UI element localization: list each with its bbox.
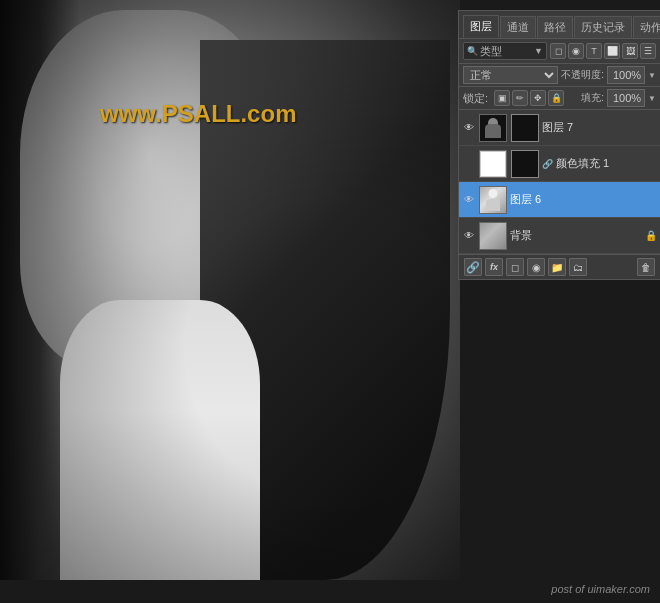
opacity-dropdown-arrow: ▼ [648, 71, 656, 80]
tab-layers[interactable]: 图层 [463, 15, 499, 38]
layer-name-6: 图层 6 [510, 192, 657, 207]
new-adjustment-btn[interactable]: ◉ [527, 258, 545, 276]
filter-toggle[interactable]: ☰ [640, 43, 656, 59]
filter-smart-icon[interactable]: 🖼 [622, 43, 638, 59]
layer-thumb-6 [479, 186, 507, 214]
layers-panel: 图层 通道 路径 历史记录 动作 ≡ 🔍 类型 ▼ ◻ ◉ T ⬜ 🖼 ☰ 正常… [458, 10, 660, 280]
layer-chain-colorfill: 🔗 [542, 159, 553, 169]
filter-adjustment-icon[interactable]: ◉ [568, 43, 584, 59]
blend-mode-select[interactable]: 正常 [463, 66, 558, 84]
layer-item-background[interactable]: 👁 背景 🔒 [459, 218, 660, 254]
new-group-btn[interactable]: 📁 [548, 258, 566, 276]
fill-value[interactable]: 100% [607, 89, 645, 107]
layer-name-bg: 背景 [510, 228, 642, 243]
layers-list: 👁 图层 7 👁 🔗 颜色填充 1 👁 [459, 110, 660, 254]
link-layers-btn[interactable]: 🔗 [464, 258, 482, 276]
new-layer-btn[interactable]: 🗂 [569, 258, 587, 276]
filter-pixel-icon[interactable]: ◻ [550, 43, 566, 59]
tab-paths[interactable]: 路径 [537, 16, 573, 38]
watermark-text: www.PSALL.com [100, 100, 296, 128]
tab-channels[interactable]: 通道 [500, 16, 536, 38]
tab-actions[interactable]: 动作 [633, 16, 660, 38]
search-icon: 🔍 [467, 46, 478, 56]
filter-shape-icon[interactable]: ⬜ [604, 43, 620, 59]
layer-name-7: 图层 7 [542, 120, 657, 135]
filter-type-icon[interactable]: T [586, 43, 602, 59]
layer-item-7[interactable]: 👁 图层 7 [459, 110, 660, 146]
layer-item-6[interactable]: 👁 图层 6 [459, 182, 660, 218]
layer-thumb-bg [479, 222, 507, 250]
lock-label: 锁定: [463, 91, 488, 106]
credit-text: post of uimaker.com [551, 583, 650, 595]
opacity-label: 不透明度: [561, 68, 604, 82]
lock-transparent-btn[interactable]: ▣ [494, 90, 510, 106]
panel-tabs-bar: 图层 通道 路径 历史记录 动作 ≡ [459, 11, 660, 39]
search-type-selector[interactable]: 🔍 类型 ▼ [463, 42, 547, 60]
photo-background [0, 0, 460, 580]
blend-mode-row: 正常 不透明度: 100% ▼ [459, 64, 660, 87]
lock-pixels-btn[interactable]: ✏ [512, 90, 528, 106]
panel-bottom-toolbar: 🔗 fx ◻ ◉ 📁 🗂 🗑 [459, 254, 660, 279]
lock-icons: ▣ ✏ ✥ 🔒 [494, 90, 564, 106]
layer-lock-bg: 🔒 [645, 230, 657, 241]
lock-row: 锁定: ▣ ✏ ✥ 🔒 填充: 100% ▼ [459, 87, 660, 110]
layer-thumb-7 [479, 114, 507, 142]
layer-name-colorfill: 颜色填充 1 [556, 156, 657, 171]
layer-mask-7 [511, 114, 539, 142]
layer-eye-6[interactable]: 👁 [462, 193, 476, 207]
add-mask-btn[interactable]: ◻ [506, 258, 524, 276]
fill-label: 填充: [581, 91, 604, 105]
search-type-label: 类型 [480, 44, 532, 59]
layer-filter-icons: ◻ ◉ T ⬜ 🖼 ☰ [550, 43, 656, 59]
layer-mask-colorfill [511, 150, 539, 178]
fx-btn[interactable]: fx [485, 258, 503, 276]
tab-history[interactable]: 历史记录 [574, 16, 632, 38]
delete-layer-btn[interactable]: 🗑 [637, 258, 655, 276]
lock-all-btn[interactable]: 🔒 [548, 90, 564, 106]
opacity-value[interactable]: 100% [607, 66, 645, 84]
search-dropdown-arrow: ▼ [534, 46, 543, 56]
lock-position-btn[interactable]: ✥ [530, 90, 546, 106]
layer-item-colorfill[interactable]: 👁 🔗 颜色填充 1 [459, 146, 660, 182]
layer-eye-bg[interactable]: 👁 [462, 229, 476, 243]
layer-eye-7[interactable]: 👁 [462, 121, 476, 135]
layer-thumb-colorfill [479, 150, 507, 178]
layer-search-row: 🔍 类型 ▼ ◻ ◉ T ⬜ 🖼 ☰ [459, 39, 660, 64]
fill-dropdown-arrow: ▼ [648, 94, 656, 103]
